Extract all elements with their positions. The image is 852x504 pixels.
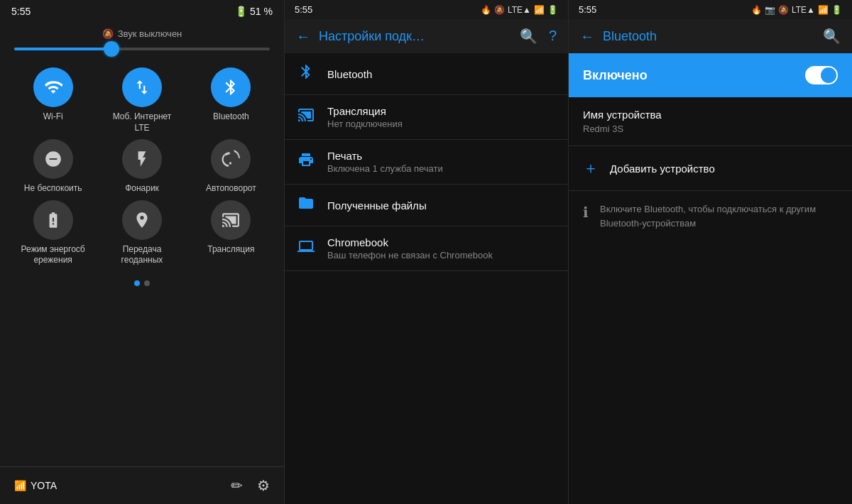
bluetooth-item-title: Bluetooth	[327, 68, 372, 80]
print-settings-icon	[296, 151, 316, 172]
tile-torch[interactable]: Фонарик	[100, 139, 183, 195]
brightness-row: 🔕 Звук выключен	[0, 23, 284, 48]
tile-cast[interactable]: Трансляция	[190, 200, 273, 266]
files-item-text: Полученные файлы	[327, 199, 427, 212]
bluetooth-enabled-label: Включено	[583, 68, 648, 83]
cast-item-subtitle: Нет подключения	[327, 119, 403, 129]
settings-chromebook[interactable]: Chromebook Ваш телефон не связан с Chrom…	[285, 226, 568, 271]
search-button-panel3[interactable]: 🔍	[823, 28, 841, 45]
time-panel1: 5:55	[11, 6, 31, 17]
brightness-slider[interactable]	[0, 48, 284, 62]
settings-header: ← Настройки подк… 🔍 ?	[285, 19, 568, 53]
add-device-label: Добавить устройство	[610, 163, 715, 175]
tile-rotate[interactable]: Автоповорот	[190, 139, 273, 195]
device-name-row: Имя устройства Redmi 3S	[569, 97, 852, 146]
add-device-row[interactable]: ＋ Добавить устройство	[569, 146, 852, 191]
help-button[interactable]: ?	[549, 28, 557, 45]
tile-dnd[interactable]: Не беспокоить	[11, 139, 94, 195]
battery-icon3: 🔋	[831, 5, 842, 15]
settings-bluetooth[interactable]: Bluetooth	[285, 53, 568, 95]
back-button-panel2[interactable]: ←	[296, 28, 310, 45]
status-bar-panel1: 5:55 🔋 51 %	[0, 0, 284, 23]
files-item-title: Полученные файлы	[327, 199, 427, 212]
flame-icon2: 🔥	[751, 5, 762, 15]
edit-icon[interactable]: ✏	[231, 477, 243, 494]
settings-title: Настройки подк…	[319, 29, 425, 44]
bluetooth-header: ← Bluetooth 🔍	[569, 19, 852, 53]
status-icons-panel2: 🔥 🔕 LTE▲ 📶 🔋	[481, 5, 558, 15]
search-button-panel2[interactable]: 🔍	[520, 28, 537, 45]
info-icon: ℹ	[583, 204, 589, 221]
tile-wifi[interactable]: Wi-Fi	[11, 67, 94, 133]
status-bar-panel2: 5:55 🔥 🔕 LTE▲ 📶 🔋	[285, 0, 568, 19]
location-label: Передачагеоданных	[121, 244, 163, 266]
cast-tile-icon	[211, 200, 251, 240]
bluetooth-enabled-row[interactable]: Включено	[569, 53, 852, 97]
signal-icon: 📶	[14, 480, 26, 491]
dot-1	[134, 280, 140, 286]
settings-cast[interactable]: Трансляция Нет подключения	[285, 95, 568, 140]
mobile-tile-icon	[122, 67, 162, 107]
quick-settings-panel: 5:55 🔋 51 % 🔕 Звук выключен Wi-Fi	[0, 0, 284, 504]
chromebook-settings-icon	[296, 238, 316, 259]
chromebook-item-text: Chromebook Ваш телефон не связан с Chrom…	[327, 236, 493, 261]
toggle-thumb	[821, 67, 836, 83]
print-item-text: Печать Включена 1 служба печати	[327, 150, 443, 174]
status-bar-panel3: 5:55 🔥 📷 🔕 LTE▲ 📶 🔋	[569, 0, 852, 19]
bluetooth-title: Bluetooth	[603, 29, 657, 44]
status-icons-panel3: 🔥 📷 🔕 LTE▲ 📶 🔋	[751, 5, 842, 15]
network-name: 📶 YOTA	[14, 480, 57, 491]
tile-location[interactable]: Передачагеоданных	[100, 200, 183, 266]
bluetooth-info-text: Включите Bluetooth, чтобы подключаться к…	[600, 202, 838, 230]
location-tile-icon	[122, 200, 162, 240]
dnd-label: Не беспокоить	[24, 183, 82, 195]
battery-saver-label: Режим энергосбережения	[21, 244, 85, 266]
print-item-subtitle: Включена 1 служба печати	[327, 163, 443, 174]
mute-icon: 🔕	[102, 28, 114, 39]
settings-files[interactable]: Полученные файлы	[285, 185, 568, 226]
rotate-tile-icon	[211, 139, 251, 179]
chromebook-item-title: Chromebook	[327, 236, 493, 248]
bluetooth-settings-icon	[296, 63, 316, 84]
files-settings-icon	[296, 195, 316, 216]
tile-mobile[interactable]: Моб. ИнтернетLTE	[100, 67, 183, 133]
time-panel2: 5:55	[295, 4, 312, 15]
bluetooth-toggle[interactable]	[805, 66, 838, 84]
print-item-title: Печать	[327, 150, 443, 162]
torch-label: Фонарик	[125, 183, 159, 195]
add-device-icon: ＋	[583, 158, 599, 179]
chromebook-item-subtitle: Ваш телефон не связан с Chromebook	[327, 250, 493, 261]
battery-icon: 🔋	[235, 6, 247, 17]
dot-2	[144, 280, 150, 286]
wifi-tile-icon	[33, 67, 73, 107]
settings-icon[interactable]: ⚙	[257, 477, 270, 494]
camera-icon: 📷	[765, 5, 775, 15]
tile-battery-saver[interactable]: Режим энергосбережения	[11, 200, 94, 266]
bluetooth-tile-icon	[211, 67, 251, 107]
settings-print[interactable]: Печать Включена 1 служба печати	[285, 140, 568, 185]
signal-icon2: 📶	[534, 5, 545, 15]
mute-icon3: 🔕	[778, 5, 789, 15]
battery-level: 51 %	[250, 6, 273, 17]
bottom-bar: 📶 YOTA ✏ ⚙	[0, 466, 284, 504]
wifi-label: Wi-Fi	[43, 111, 63, 123]
cast-item-text: Трансляция Нет подключения	[327, 105, 403, 129]
torch-tile-icon	[122, 139, 162, 179]
page-dots	[0, 272, 284, 295]
battery-saver-tile-icon	[33, 200, 73, 240]
bluetooth-label: Bluetooth	[213, 111, 249, 123]
rotate-label: Автоповорот	[206, 183, 256, 195]
settings-panel: 5:55 🔥 🔕 LTE▲ 📶 🔋 ← Настройки подк… 🔍 ? …	[284, 0, 568, 504]
tile-bluetooth[interactable]: Bluetooth	[190, 67, 273, 133]
cast-settings-icon	[296, 106, 316, 128]
battery-icon2: 🔋	[547, 5, 558, 15]
bottom-actions: ✏ ⚙	[231, 477, 270, 494]
back-button-panel3[interactable]: ←	[580, 28, 594, 45]
signal-icon3: 📶	[818, 5, 829, 15]
cast-label: Трансляция	[207, 244, 254, 256]
time-panel3: 5:55	[579, 4, 596, 15]
bluetooth-detail-panel: 5:55 🔥 📷 🔕 LTE▲ 📶 🔋 ← Bluetooth 🔍 Включе…	[568, 0, 852, 504]
dnd-tile-icon	[33, 139, 73, 179]
quick-tiles-grid: Wi-Fi Моб. ИнтернетLTE Bluetooth	[0, 62, 284, 272]
bluetooth-item-text: Bluetooth	[327, 68, 372, 80]
